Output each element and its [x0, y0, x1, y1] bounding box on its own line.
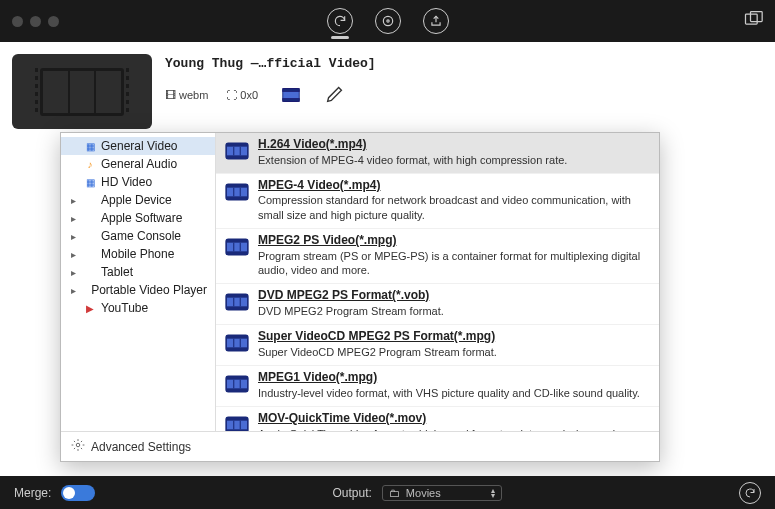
film-small-icon: 🎞 [165, 89, 176, 101]
format-film-icon [224, 412, 250, 431]
library-icon[interactable] [743, 9, 763, 33]
category-item[interactable]: ▦HD Video [61, 173, 215, 191]
category-list[interactable]: ▦General Video♪General Audio▦HD Video▸Ap… [61, 133, 216, 431]
category-item[interactable]: ♪General Audio [61, 155, 215, 173]
film-icon [40, 68, 124, 116]
edit-icon[interactable] [324, 83, 346, 107]
target-format-chip[interactable] [276, 81, 306, 109]
svg-rect-39 [226, 429, 248, 431]
video-thumbnail[interactable] [12, 54, 152, 129]
source-format-badge: 🎞 webm [165, 89, 208, 101]
format-description: Industry-level video format, with VHS pi… [258, 386, 640, 400]
category-label: General Audio [101, 157, 177, 171]
window-controls [12, 16, 59, 27]
category-label: Game Console [101, 229, 181, 243]
share-icon[interactable] [423, 8, 449, 34]
svg-rect-14 [226, 196, 248, 199]
main-stage: Young Thug —…fficial Video] 🎞 webm ⛶ 0x0… [0, 42, 775, 476]
format-title: MOV-QuickTime Video(*.mov) [258, 411, 649, 427]
svg-rect-38 [226, 417, 248, 420]
format-description: Apple QuickTime video format, widely use… [258, 427, 649, 431]
category-item[interactable]: ▸Apple Software [61, 209, 215, 227]
advanced-settings-button[interactable]: Advanced Settings [91, 440, 191, 454]
format-item[interactable]: MPEG2 PS Video(*.mpg)Program stream (PS … [216, 229, 659, 284]
svg-point-1 [386, 20, 388, 22]
category-label: Portable Video Player [91, 283, 207, 297]
svg-rect-24 [226, 307, 248, 310]
format-description: Extension of MPEG-4 video format, with h… [258, 153, 567, 167]
svg-rect-28 [226, 336, 248, 339]
format-item[interactable]: MOV-QuickTime Video(*.mov)Apple QuickTim… [216, 407, 659, 431]
format-description: Compression standard for network broadca… [258, 193, 649, 222]
category-item[interactable]: ▸Game Console [61, 227, 215, 245]
file-header: Young Thug —…fficial Video] 🎞 webm ⛶ 0x0 [165, 56, 755, 109]
gear-icon [71, 438, 85, 455]
format-title: Super VideoCD MPEG2 PS Format(*.mpg) [258, 329, 497, 345]
svg-rect-29 [226, 347, 248, 350]
resize-icon: ⛶ [226, 89, 237, 101]
svg-rect-2 [746, 14, 758, 24]
svg-rect-6 [283, 99, 300, 102]
format-film-icon [224, 138, 250, 164]
format-item[interactable]: MPEG1 Video(*.mpg)Industry-level video f… [216, 366, 659, 407]
format-film-icon [224, 234, 250, 260]
popup-footer: Advanced Settings [61, 431, 659, 461]
format-title: DVD MPEG2 PS Format(*.vob) [258, 288, 444, 304]
format-film-icon [224, 289, 250, 315]
category-item[interactable]: ▸Mobile Phone [61, 245, 215, 263]
category-item[interactable]: ▸Portable Video Player [61, 281, 215, 299]
output-label: Output: [333, 486, 372, 500]
category-label: Apple Device [101, 193, 172, 207]
format-film-icon [224, 179, 250, 205]
svg-rect-5 [283, 89, 300, 92]
svg-rect-19 [226, 251, 248, 254]
format-title: MPEG-4 Video(*.mp4) [258, 178, 649, 194]
svg-rect-18 [226, 239, 248, 242]
format-item[interactable]: MPEG-4 Video(*.mp4)Compression standard … [216, 174, 659, 229]
format-description: Super VideoCD MPEG2 Program Stream forma… [258, 345, 497, 359]
category-item[interactable]: ▶YouTube [61, 299, 215, 317]
refresh-icon[interactable] [327, 8, 353, 34]
svg-rect-34 [226, 388, 248, 391]
convert-button[interactable] [739, 482, 761, 504]
merge-label: Merge: [14, 486, 51, 500]
format-item[interactable]: Super VideoCD MPEG2 PS Format(*.mpg)Supe… [216, 325, 659, 366]
svg-rect-8 [226, 143, 248, 146]
file-title: Young Thug —…fficial Video] [165, 56, 755, 71]
format-title: MPEG1 Video(*.mpg) [258, 370, 640, 386]
folder-icon: 🗀 [389, 487, 400, 499]
format-description: DVD MPEG2 Program Stream format. [258, 304, 444, 318]
output-folder-select[interactable]: 🗀 Movies ▴▾ [382, 485, 502, 501]
category-label: General Video [101, 139, 178, 153]
title-bar [0, 0, 775, 42]
format-item[interactable]: DVD MPEG2 PS Format(*.vob)DVD MPEG2 Prog… [216, 284, 659, 325]
category-label: YouTube [101, 301, 148, 315]
category-item[interactable]: ▸Apple Device [61, 191, 215, 209]
svg-rect-13 [226, 184, 248, 187]
minimize-window-button[interactable] [30, 16, 41, 27]
svg-rect-23 [226, 295, 248, 298]
format-item[interactable]: H.264 Video(*.mp4)Extension of MPEG-4 vi… [216, 133, 659, 174]
disc-icon[interactable] [375, 8, 401, 34]
category-item[interactable]: ▦General Video [61, 137, 215, 155]
format-title: H.264 Video(*.mp4) [258, 137, 567, 153]
merge-toggle[interactable] [61, 485, 95, 501]
category-label: HD Video [101, 175, 152, 189]
bottom-bar: Merge: Output: 🗀 Movies ▴▾ [0, 476, 775, 509]
svg-point-52 [76, 443, 80, 447]
category-item[interactable]: ▸Tablet [61, 263, 215, 281]
format-description: Program stream (PS or MPEG-PS) is a cont… [258, 249, 649, 278]
dimensions-badge: ⛶ 0x0 [226, 89, 258, 101]
svg-point-0 [383, 16, 392, 25]
zoom-window-button[interactable] [48, 16, 59, 27]
svg-rect-3 [751, 12, 763, 22]
close-window-button[interactable] [12, 16, 23, 27]
svg-rect-33 [226, 376, 248, 379]
toolbar-center [327, 8, 449, 34]
format-picker-popup: ▦General Video♪General Audio▦HD Video▸Ap… [60, 132, 660, 462]
format-list[interactable]: H.264 Video(*.mp4)Extension of MPEG-4 vi… [216, 133, 659, 431]
category-label: Tablet [101, 265, 133, 279]
format-title: MPEG2 PS Video(*.mpg) [258, 233, 649, 249]
category-label: Mobile Phone [101, 247, 174, 261]
format-film-icon [224, 330, 250, 356]
